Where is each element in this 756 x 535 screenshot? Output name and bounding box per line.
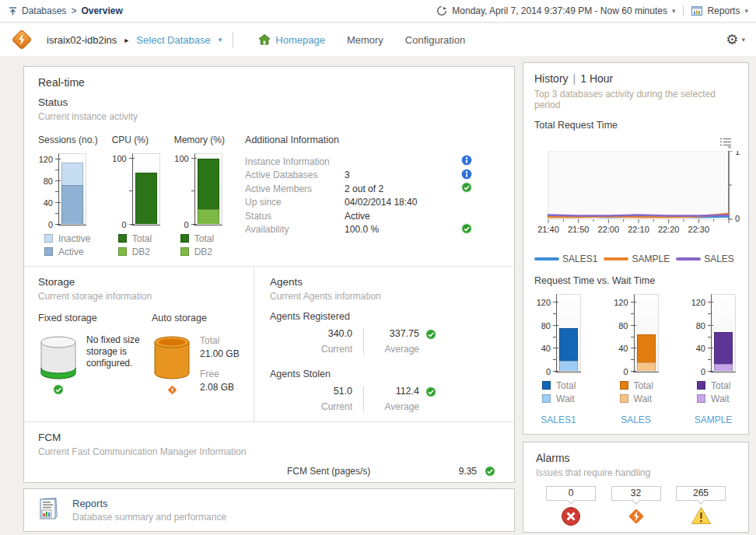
reports-caret-icon[interactable]: ▾: [744, 7, 748, 15]
legend-swatch: [180, 234, 189, 243]
time-range-caret-icon[interactable]: ▾: [672, 7, 676, 15]
settings-area: ⚙ ▾: [726, 33, 745, 47]
info-icon[interactable]: [461, 155, 472, 166]
fcm-row-label: FCM Sent (pages/s): [287, 466, 443, 477]
fixed-storage-message: No fixed size storage is configured.: [86, 334, 147, 395]
current-caption: Current: [285, 344, 352, 355]
additional-info-value: 3: [345, 170, 460, 180]
nav-bar: israix02-idb2ins ▸ Select Database ▾ Hom…: [0, 23, 756, 56]
time-range-selector[interactable]: Monday, April 7, 2014 9:37:49 PM - Now 6…: [452, 5, 667, 16]
y-tick-label: 0: [48, 220, 53, 229]
database-link[interactable]: SAMPLE: [691, 414, 736, 425]
auto-storage: Auto storage: [152, 313, 246, 396]
legend-label: Wait: [556, 393, 575, 404]
legend-swatch: [697, 394, 705, 403]
chart-title: Memory (%): [174, 135, 225, 145]
history-title-separator: |: [573, 72, 576, 85]
legend-label: Total: [634, 380, 653, 391]
realtime-title: Real-time: [38, 76, 500, 89]
chart-title: CPU (%): [112, 135, 160, 145]
agents-title: Agents: [270, 276, 500, 288]
bar-segment-total: [198, 159, 219, 210]
info-icon[interactable]: [461, 169, 472, 180]
chart-legend: TotalDB2: [118, 232, 160, 258]
sales-chart: 04080120 TotalWaitSALES: [614, 294, 659, 425]
select-database-dropdown[interactable]: Select Database: [136, 34, 210, 46]
bar-segment-active: [61, 185, 83, 224]
x-tick-label: 22:10: [628, 225, 649, 234]
nav-divider: [233, 32, 233, 47]
additional-info-label: Active Databases: [245, 170, 345, 180]
y-tick-label: 40: [618, 344, 628, 353]
tab-homepage[interactable]: Homepage: [258, 34, 325, 46]
legend-label: Active: [58, 247, 84, 257]
agents-registered-current: 340.0: [285, 328, 352, 339]
y-tick-label: 40: [44, 198, 53, 208]
total-request-time-title: Total Request Time: [534, 120, 737, 131]
gear-caret-icon[interactable]: ▾: [741, 36, 745, 44]
gear-icon[interactable]: ⚙: [726, 33, 738, 47]
fcm-row: FCM Sent (pages/s) 9.35: [287, 466, 495, 477]
chart-legend: TotalWait: [697, 379, 736, 405]
breadcrumb-databases-link[interactable]: Databases: [22, 5, 66, 16]
y-tick-label: 120: [691, 298, 705, 307]
storage-agents-row: Storage Current storage information Fixe…: [24, 267, 514, 421]
chart-title: Sessions (no.): [38, 135, 98, 145]
app-root: Databases > Overview Monday, April 7, 20…: [0, 0, 756, 535]
y-tick-label: 80: [696, 321, 705, 330]
chart-legend: TotalWait: [542, 379, 581, 405]
alarm-item-critical[interactable]: 0: [545, 486, 597, 526]
database-link[interactable]: SALES1: [536, 414, 581, 425]
tab-memory-label: Memory: [347, 34, 383, 46]
bar-segment-total: [135, 173, 157, 224]
reports-panel-icon: [37, 496, 63, 524]
level-up-icon[interactable]: [8, 6, 18, 16]
legend-swatch: [542, 394, 551, 403]
additional-info-label: Instance Information: [245, 156, 345, 167]
bar-segment-db2: [198, 209, 219, 224]
additional-info-row: Active Databases 3: [245, 169, 472, 183]
realtime-panel: Real-time Status Current instance activi…: [23, 66, 515, 483]
bar-segment-inactive: [61, 163, 83, 185]
request-wait-charts: 04080120 TotalWaitSALES1 04080120 TotalW…: [534, 294, 737, 425]
reports-panel[interactable]: Reports Database summary and performance: [23, 488, 515, 532]
ok-icon: [425, 386, 436, 397]
x-tick-label: 22:00: [598, 225, 620, 234]
fixed-storage-cylinder-icon: [38, 334, 79, 381]
additional-info-value: 04/02/2014 18:40: [345, 197, 460, 208]
topbar-right: Monday, April 7, 2014 9:37:49 PM - Now 6…: [436, 5, 748, 16]
legend-swatch: [118, 247, 127, 256]
y-tick-label: 120: [537, 298, 551, 307]
reports-panel-text: Reports Database summary and performance: [72, 498, 226, 523]
additional-info-row: Up since 04/02/2014 18:40: [245, 196, 472, 210]
alarm-item-major[interactable]: 32: [611, 486, 662, 526]
fixed-storage-label: Fixed storage: [38, 313, 147, 323]
alarm-item-warning[interactable]: 265: [675, 486, 726, 526]
bar-segment-total: [637, 334, 656, 362]
line-chart-svg: 1 0 seconds/s 21:4021:5022:0022:1022:202…: [536, 151, 740, 238]
status-section: Real-time Status Current instance activi…: [24, 67, 514, 266]
chart-legend: TotalDB2: [180, 232, 225, 258]
agents-subtitle: Current Agents information: [270, 291, 500, 302]
y-tick-label: 0: [701, 367, 705, 376]
agents-registered-average: 337.75: [375, 328, 419, 339]
legend-label: Total: [132, 233, 152, 244]
y-tick-label: 0: [184, 220, 189, 229]
reports-panel-title[interactable]: Reports: [72, 498, 226, 509]
major-alarm-icon: [626, 506, 646, 526]
tab-memory[interactable]: Memory: [347, 34, 383, 46]
select-database-caret-icon[interactable]: ▾: [219, 36, 222, 44]
top-bar: Databases > Overview Monday, April 7, 20…: [0, 0, 756, 23]
storage-title: Storage: [38, 276, 246, 288]
legend-label: SAMPLE: [632, 254, 670, 264]
legend-line-swatch: [604, 257, 628, 261]
chart-options-icon[interactable]: [719, 137, 733, 149]
sessions-chart: Sessions (no.) 04080120 InactiveActive: [38, 135, 98, 258]
tab-configuration[interactable]: Configuration: [405, 34, 465, 46]
database-link[interactable]: SALES: [614, 414, 659, 425]
reports-menu[interactable]: Reports: [707, 5, 740, 16]
alarm-items: 0 32 265: [536, 486, 736, 526]
request-vs-wait-title: Request Time vs. Wait Time: [534, 275, 737, 286]
additional-info-value: Active: [345, 211, 460, 222]
instance-caret-icon: ▸: [124, 36, 128, 44]
